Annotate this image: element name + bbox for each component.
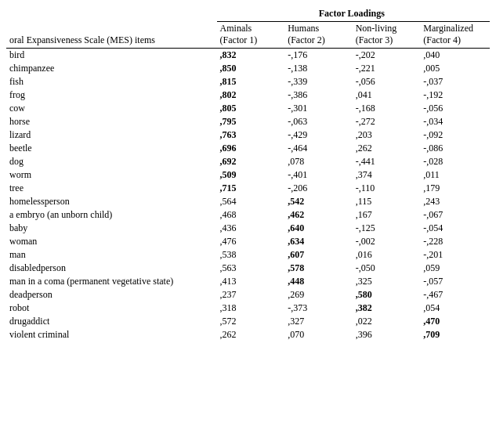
factor3-value: -,272 (353, 115, 421, 128)
factor1-value: ,318 (217, 302, 285, 315)
factor4-value: ,011 (420, 168, 490, 182)
factor1-value: ,476 (217, 235, 285, 248)
factor3-value: ,167 (353, 208, 421, 222)
factor3-value: ,382 (353, 302, 421, 315)
factor4-value: ,709 (420, 328, 490, 341)
factor3-value: ,325 (353, 275, 421, 288)
item-label: frog (6, 89, 217, 102)
factor4-value: -,228 (420, 235, 490, 248)
item-label: beetle (6, 142, 217, 155)
factor2-value: -,386 (284, 89, 353, 102)
factor3-value: ,016 (353, 248, 421, 262)
factor2-value: -,176 (284, 49, 353, 63)
factor1-value: ,805 (217, 102, 285, 115)
factor1-value: ,850 (217, 62, 285, 75)
factor1-value: ,538 (217, 248, 285, 262)
factor2-value: -,401 (284, 168, 353, 182)
item-label: homelessperson (6, 195, 217, 208)
col-animals: Aminals (Factor 1) (217, 22, 285, 49)
factor3-value: ,580 (353, 288, 421, 302)
factor3-value: ,262 (353, 142, 421, 155)
factor4-value: -,092 (420, 128, 490, 142)
table-row: chimpanzee,850-,138-,221,005 (6, 62, 490, 75)
item-label: baby (6, 222, 217, 235)
factor2-value: ,640 (284, 222, 353, 235)
table-row: homelessperson,564,542,115,243 (6, 195, 490, 208)
table-row: dog,692,078-,441-,028 (6, 155, 490, 168)
factor4-value: -,037 (420, 75, 490, 89)
factor4-value: ,243 (420, 195, 490, 208)
item-label: lizard (6, 128, 217, 142)
table-row: fish,815-,339-,056-,037 (6, 75, 490, 89)
factor4-value: -,192 (420, 89, 490, 102)
item-label: man (6, 248, 217, 262)
factor3-value: -,050 (353, 262, 421, 275)
factor3-value: -,221 (353, 62, 421, 75)
factor3-value: -,168 (353, 102, 421, 115)
factor2-value: -,339 (284, 75, 353, 89)
table-row: baby,436,640-,125-,054 (6, 222, 490, 235)
factor3-value: -,110 (353, 182, 421, 195)
factor4-value: -,034 (420, 115, 490, 128)
factor1-value: ,572 (217, 315, 285, 328)
factor2-value: ,327 (284, 315, 353, 328)
factor4-value: ,179 (420, 182, 490, 195)
factor4-value: -,056 (420, 102, 490, 115)
factor1-value: ,509 (217, 168, 285, 182)
factor4-value: -,057 (420, 275, 490, 288)
factor4-value: -,054 (420, 222, 490, 235)
factor2-value: ,462 (284, 208, 353, 222)
factor1-value: ,815 (217, 75, 285, 89)
factor3-value: ,374 (353, 168, 421, 182)
table-row: violent criminal,262,070,396,709 (6, 328, 490, 341)
factor2-value: -,373 (284, 302, 353, 315)
factor1-value: ,763 (217, 128, 285, 142)
col-labels-row: oral Expansiveness Scale (MES) items Ami… (6, 22, 490, 49)
factor1-value: ,564 (217, 195, 285, 208)
table-row: cow,805-,301-,168-,056 (6, 102, 490, 115)
table-row: horse,795-,063-,272-,034 (6, 115, 490, 128)
factor1-value: ,413 (217, 275, 285, 288)
table-row: beetle,696-,464,262-,086 (6, 142, 490, 155)
table-row: a embryo (an unborn child),468,462,167-,… (6, 208, 490, 222)
factor2-value: -,301 (284, 102, 353, 115)
table-row: tree,715-,206-,110,179 (6, 182, 490, 195)
table-row: woman,476,634-,002-,228 (6, 235, 490, 248)
mes-col-header (6, 8, 217, 22)
factor1-value: ,563 (217, 262, 285, 275)
factor1-value: ,696 (217, 142, 285, 155)
factor4-value: -,086 (420, 142, 490, 155)
factor4-value: ,470 (420, 315, 490, 328)
factor4-value: ,005 (420, 62, 490, 75)
item-label: violent criminal (6, 328, 217, 341)
factor1-value: ,802 (217, 89, 285, 102)
item-label: horse (6, 115, 217, 128)
item-label: chimpanzee (6, 62, 217, 75)
factor4-value: -,467 (420, 288, 490, 302)
factor2-value: -,429 (284, 128, 353, 142)
table-row: drugaddict,572,327,022,470 (6, 315, 490, 328)
item-label: man in a coma (permanent vegetative stat… (6, 275, 217, 288)
col-nonliving: Non-living (Factor 3) (353, 22, 421, 49)
factor3-value: -,002 (353, 235, 421, 248)
factor2-value: ,634 (284, 235, 353, 248)
factor1-value: ,262 (217, 328, 285, 341)
factor1-value: ,715 (217, 182, 285, 195)
factor1-value: ,237 (217, 288, 285, 302)
table-row: disabledperson,563,578-,050,059 (6, 262, 490, 275)
item-label: deadperson (6, 288, 217, 302)
factor3-value: ,396 (353, 328, 421, 341)
factor2-value: ,070 (284, 328, 353, 341)
table-row: robot,318-,373,382,054 (6, 302, 490, 315)
mes-header: oral Expansiveness Scale (MES) items (6, 22, 217, 49)
item-label: worm (6, 168, 217, 182)
factor3-value: -,202 (353, 49, 421, 63)
factor3-value: -,125 (353, 222, 421, 235)
item-label: bird (6, 49, 217, 63)
table-row: deadperson,237,269,580-,467 (6, 288, 490, 302)
table-row: man,538,607,016-,201 (6, 248, 490, 262)
factor2-value: -,063 (284, 115, 353, 128)
factor3-value: ,203 (353, 128, 421, 142)
item-label: drugaddict (6, 315, 217, 328)
factor2-value: -,464 (284, 142, 353, 155)
